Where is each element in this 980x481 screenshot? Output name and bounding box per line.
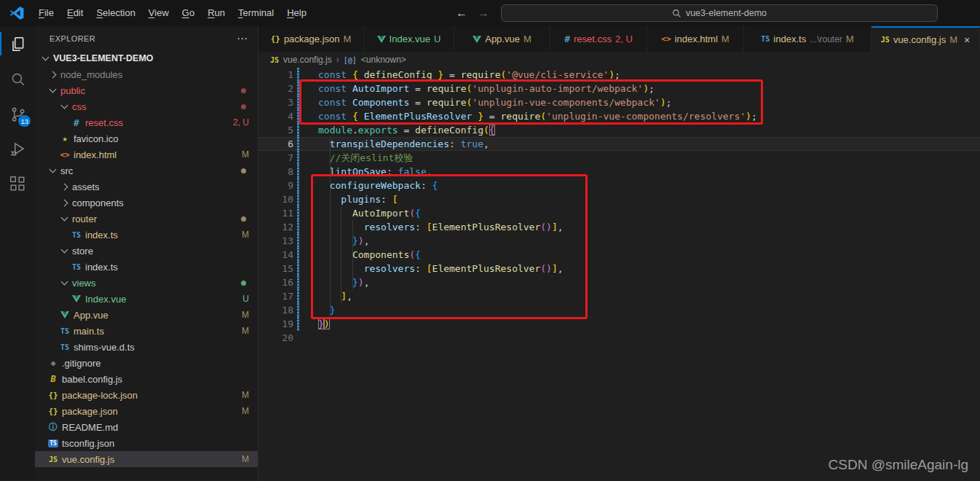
command-center-search[interactable]: vue3-element-demo (501, 4, 938, 22)
line-number-20[interactable]: 20 (258, 331, 293, 345)
line-number-8[interactable]: 8 (258, 165, 293, 179)
line-number-17[interactable]: 17 (258, 289, 293, 303)
code-line-13[interactable]: }), (318, 234, 369, 248)
code-line-3[interactable]: const Components = require('unplugin-vue… (318, 95, 671, 109)
line-number-9[interactable]: 9 (258, 179, 293, 192)
tree-item-vue.config.js[interactable]: JSvue.config.jsM (35, 451, 258, 467)
tree-item-tsconfig.json[interactable]: TStsconfig.json (35, 435, 258, 451)
tree-item-store[interactable]: store (35, 243, 258, 259)
breadcrumb-symbol[interactable]: <unknown> (361, 55, 406, 65)
tab-package.json[interactable]: {}package.jsonM (258, 26, 364, 52)
line-number-18[interactable]: 18 (258, 303, 293, 317)
code-line-9[interactable]: configureWebpack: { (318, 179, 438, 192)
tab-index.html[interactable]: <>index.htmlM (647, 26, 744, 52)
menu-item-file[interactable]: File (32, 0, 60, 26)
tab-vue.config.js[interactable]: JSvue.config.jsM× (872, 26, 980, 52)
code-line-18[interactable]: } (318, 303, 335, 317)
line-number-14[interactable]: 14 (258, 248, 293, 262)
tree-item-src[interactable]: src (35, 163, 258, 179)
code-line-10[interactable]: plugins: [ (318, 192, 398, 206)
tree-item-main.ts[interactable]: TSmain.tsM (35, 323, 258, 339)
breadcrumb: JS vue.config.js › [@] <unknown> (258, 52, 980, 68)
menu-item-terminal[interactable]: Terminal (232, 0, 280, 26)
tree-item-index.ts[interactable]: TSindex.tsM (35, 227, 258, 243)
close-icon[interactable]: × (964, 34, 970, 46)
tree-item-index.ts[interactable]: TSindex.ts (35, 259, 258, 275)
code-line-12[interactable]: resolvers: [ElementPlusResolver()], (318, 220, 564, 234)
tab-App.vue[interactable]: App.vueM (454, 26, 550, 52)
tree-item-README.md[interactable]: ⓘREADME.md (35, 419, 258, 435)
more-actions-icon[interactable]: ⋯ (237, 32, 248, 45)
code-line-17[interactable]: ], (318, 289, 352, 303)
menu-item-view[interactable]: View (142, 0, 175, 26)
code-line-6[interactable]: transpileDependencies: true, (318, 137, 489, 151)
menu-item-run[interactable]: Run (201, 0, 232, 26)
tree-item-assets[interactable]: assets (35, 179, 258, 195)
code-editor[interactable]: 1const { defineConfig } = require('@vue/… (258, 68, 980, 481)
menu-item-go[interactable]: Go (175, 0, 201, 26)
back-arrow-icon[interactable]: ← (456, 7, 467, 20)
tree-item-components[interactable]: components (35, 195, 258, 211)
code-line-7[interactable]: //关闭eslint校验 (318, 151, 413, 165)
line-number-1[interactable]: 1 (258, 68, 293, 82)
code-line-14[interactable]: Components({ (318, 248, 421, 262)
line-number-10[interactable]: 10 (258, 192, 293, 206)
line-number-13[interactable]: 13 (258, 234, 293, 248)
menu-item-help[interactable]: Help (280, 0, 313, 26)
tree-item-package-lock.json[interactable]: {}package-lock.jsonM (35, 387, 258, 403)
breadcrumb-file[interactable]: vue.config.js (283, 55, 332, 65)
line-number-3[interactable]: 3 (258, 95, 293, 109)
forward-arrow-icon[interactable]: → (478, 7, 489, 20)
tab-reset.css[interactable]: #reset.css2, U (550, 26, 647, 52)
activity-source-control-icon[interactable]: 13 (0, 96, 35, 131)
code-line-19[interactable]: }) (318, 317, 330, 331)
code-line-11[interactable]: AutoImport({ (318, 206, 421, 220)
code-line-1[interactable]: const { defineConfig } = require('@vue/c… (318, 68, 620, 82)
activity-extensions-icon[interactable] (0, 166, 35, 201)
tree-item-label: package-lock.json (62, 390, 138, 401)
tree-root[interactable]: VUE3-ELEMENT-DEMO (35, 50, 258, 66)
git-modified-gutter (297, 68, 299, 82)
code-line-4[interactable]: const { ElementPlusResolver } = require(… (318, 109, 757, 123)
tree-item-views[interactable]: views (35, 275, 258, 291)
tree-item-router[interactable]: router (35, 211, 258, 227)
git-modified-gutter (297, 275, 299, 289)
tree-item-reset.css[interactable]: #reset.css2, U (35, 114, 258, 130)
code-line-16[interactable]: }), (318, 275, 369, 289)
tree-item-Index.vue[interactable]: Index.vueU (35, 291, 258, 307)
activity-bar: 13 (0, 26, 35, 481)
menu-item-edit[interactable]: Edit (60, 0, 90, 26)
tab-Index.vue[interactable]: Index.vueU (364, 26, 454, 52)
tree-item-shims-vue.d.ts[interactable]: TSshims-vue.d.ts (35, 339, 258, 355)
tree-item-css[interactable]: css (35, 98, 258, 114)
tree-item-package.json[interactable]: {}package.jsonM (35, 403, 258, 419)
tree-item-.gitignore[interactable]: ◈.gitignore (35, 355, 258, 371)
line-number-15[interactable]: 15 (258, 262, 293, 275)
line-number-2[interactable]: 2 (258, 82, 293, 95)
code-line-2[interactable]: const AutoImport = require('unplugin-aut… (318, 82, 655, 95)
line-number-11[interactable]: 11 (258, 206, 293, 220)
tree-item-App.vue[interactable]: App.vueM (35, 307, 258, 323)
menu-item-selection[interactable]: Selection (90, 0, 141, 26)
line-number-5[interactable]: 5 (258, 123, 293, 137)
line-number-4[interactable]: 4 (258, 109, 293, 123)
code-line-5[interactable]: module.exports = defineConfig({ (318, 123, 495, 137)
tree-item-babel.config.js[interactable]: Bbabel.config.js (35, 371, 258, 387)
activity-explorer-icon[interactable] (0, 26, 35, 61)
code-line-8[interactable]: lintOnSave: false, (318, 165, 432, 179)
tab-index.ts[interactable]: TSindex.ts...\routerM (744, 26, 872, 52)
activity-run-debug-icon[interactable] (0, 131, 35, 166)
line-number-16[interactable]: 16 (258, 275, 293, 289)
line-number-12[interactable]: 12 (258, 220, 293, 234)
tab-dirty-badge: M (344, 34, 352, 44)
tree-item-public[interactable]: public (35, 82, 258, 98)
git-modified-gutter (297, 151, 299, 165)
activity-search-icon[interactable] (0, 61, 35, 96)
line-number-19[interactable]: 19 (258, 317, 293, 331)
line-number-6[interactable]: 6 (258, 137, 293, 151)
tree-item-favicon.ico[interactable]: ★favicon.ico (35, 130, 258, 146)
code-line-15[interactable]: resolvers: [ElementPlusResolver()], (318, 262, 564, 275)
tree-item-index.html[interactable]: <>index.htmlM (35, 146, 258, 163)
tree-item-node_modules[interactable]: node_modules (35, 66, 258, 82)
line-number-7[interactable]: 7 (258, 151, 293, 165)
